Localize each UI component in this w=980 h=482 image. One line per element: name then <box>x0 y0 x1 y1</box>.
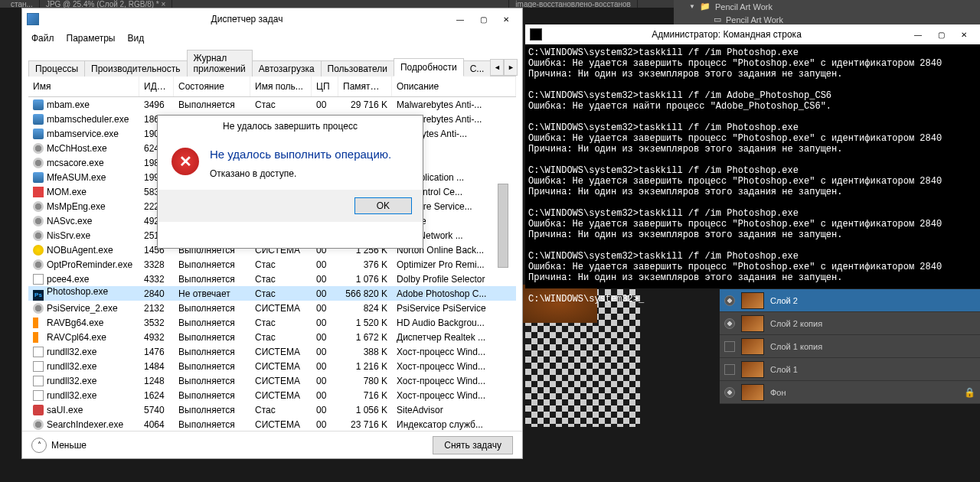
cmd-icon <box>530 28 542 41</box>
process-icon <box>33 216 44 226</box>
layer-thumbnail <box>741 361 764 378</box>
table-row[interactable]: PsPhotoshop.exe2840Не отвечаетСтас00566 … <box>28 286 516 301</box>
table-row[interactable]: mbam.exe3496ВыполняетсяСтас0029 716 KMal… <box>28 97 516 112</box>
layer-thumbnail <box>741 384 764 401</box>
minimize-button[interactable]: — <box>906 27 929 42</box>
folder-icon: 📁 <box>700 2 710 11</box>
process-icon <box>33 143 44 154</box>
table-row[interactable]: rundll32.exe1476ВыполняетсяСИСТЕМА00388 … <box>28 344 516 359</box>
table-row[interactable]: RAVCpl64.exe4932ВыполняетсяСтас001 672 K… <box>28 330 516 344</box>
ps-tab[interactable]: JPG @ 25.4% (Слой 2, RGB/8) * × <box>40 0 172 8</box>
folder-label: Pencil Art Work <box>726 15 783 24</box>
col-cpu[interactable]: ЦП <box>312 77 338 96</box>
ps-tab[interactable]: image-восстановлено-восстанов <box>509 0 638 8</box>
folder-label: Pencil Art Work <box>715 2 773 11</box>
maximize-button[interactable]: ▢ <box>472 11 495 27</box>
table-row[interactable]: PsiService_2.exe2132ВыполняетсяСИСТЕМА00… <box>28 301 516 315</box>
layer-row[interactable]: Фон🔒 <box>720 381 980 404</box>
menubar: Файл Параметры Вид <box>22 30 522 47</box>
menu-view[interactable]: Вид <box>121 31 150 45</box>
menu-options[interactable]: Параметры <box>60 31 122 45</box>
chevron-down-icon: ▼ <box>689 3 695 10</box>
tabs: ПроцессыПроизводительностьЖурнал приложе… <box>28 48 516 77</box>
process-icon <box>33 172 44 183</box>
process-icon <box>33 158 44 168</box>
titlebar[interactable]: Диспетчер задач — ▢ ✕ <box>22 8 522 30</box>
layer-row[interactable]: Слой 1 копия <box>720 335 980 358</box>
ps-tab[interactable]: стан... <box>5 0 40 8</box>
process-icon <box>33 332 44 343</box>
process-icon <box>33 187 44 197</box>
tab-0[interactable]: Процессы <box>28 60 85 77</box>
process-icon <box>33 318 44 328</box>
ok-button[interactable]: OK <box>354 197 412 214</box>
photoshop-doc-tabs: стан... JPG @ 25.4% (Слой 2, RGB/8) * × … <box>0 0 674 8</box>
table-row[interactable]: OptProReminder.exe3328ВыполняетсяСтас003… <box>28 257 516 272</box>
end-task-button[interactable]: Снять задачу <box>433 436 513 454</box>
cmd-output[interactable]: C:\WINDOWS\system32>taskkill /f /im Phot… <box>525 44 980 308</box>
close-button[interactable]: ✕ <box>495 11 518 27</box>
lock-icon: 🔒 <box>964 387 975 398</box>
layer-thumbnail <box>741 338 764 355</box>
visibility-box[interactable] <box>724 341 735 352</box>
tab-1[interactable]: Производительность <box>84 60 187 77</box>
dialog-main-text: Не удалось выполнить операцию. <box>210 148 391 161</box>
process-icon <box>33 99 44 110</box>
layer-thumbnail <box>741 315 764 332</box>
table-row[interactable]: saUI.exe5740ВыполняетсяСтас001 056 KSite… <box>28 402 516 417</box>
layer-row[interactable]: Слой 1 <box>720 358 980 381</box>
col-mem[interactable]: Память (ч... <box>338 77 392 96</box>
ps-tab[interactable] <box>172 0 509 8</box>
cmd-title: Администратор: Командная строка <box>547 29 906 40</box>
process-icon <box>33 201 44 212</box>
maximize-button[interactable]: ▢ <box>929 27 952 42</box>
table-row[interactable]: pcee4.exe4332ВыполняетсяСтас001 076 KDol… <box>28 272 516 286</box>
col-name[interactable]: Имя <box>28 77 139 96</box>
tab-2[interactable]: Журнал приложений <box>187 50 253 77</box>
process-icon <box>33 347 44 357</box>
col-desc[interactable]: Описание <box>392 77 516 96</box>
process-icon: Ps <box>33 290 44 301</box>
process-icon <box>33 361 44 372</box>
process-icon <box>33 245 44 256</box>
close-button[interactable]: ✕ <box>952 27 975 42</box>
table-row[interactable]: SearchIndexer.exe4064ВыполняетсяСИСТЕМА0… <box>28 417 516 431</box>
chevron-up-icon: ˄ <box>31 438 47 453</box>
table-row[interactable]: rundll32.exe1484ВыполняетсяСИСТЕМА001 21… <box>28 359 516 373</box>
minimize-button[interactable]: — <box>449 11 472 27</box>
visibility-eye-icon[interactable] <box>724 387 735 398</box>
dialog-sub-text: Отказано в доступе. <box>210 168 391 179</box>
tab-6[interactable]: С... <box>463 60 492 77</box>
process-icon <box>33 259 44 270</box>
error-icon: ✕ <box>172 148 199 175</box>
tab-4[interactable]: Пользователи <box>321 60 394 77</box>
process-icon <box>33 114 44 125</box>
layer-name: Слой 2 копия <box>770 319 822 328</box>
folder-row[interactable]: ▼ 📁 Pencil Art Work <box>674 0 980 13</box>
scrollbar-thumb[interactable] <box>498 184 508 268</box>
visibility-box[interactable] <box>724 364 735 375</box>
process-icon <box>33 230 44 241</box>
table-row[interactable]: RAVBg64.exe3532ВыполняетсяСтас001 520 KH… <box>28 315 516 330</box>
table-row[interactable]: rundll32.exe1624ВыполняетсяСИСТЕМА00716 … <box>28 388 516 402</box>
col-user[interactable]: Имя поль... <box>250 77 312 96</box>
photoshop-canvas[interactable] <box>525 289 640 427</box>
layer-row[interactable]: Слой 2 копия <box>720 312 980 335</box>
visibility-eye-icon[interactable] <box>724 318 735 329</box>
command-prompt-window: Администратор: Командная строка — ▢ ✕ C:… <box>525 24 980 288</box>
col-state[interactable]: Состояние <box>174 77 250 96</box>
cmd-titlebar[interactable]: Администратор: Командная строка — ▢ ✕ <box>525 24 980 44</box>
fewer-details-button[interactable]: ˄ Меньше <box>31 438 87 453</box>
process-icon <box>33 405 44 415</box>
col-pid[interactable]: ИД п... <box>139 77 174 96</box>
process-icon <box>33 419 44 430</box>
layer-name: Фон <box>770 388 786 397</box>
tab-nav[interactable]: ◄ <box>490 59 504 76</box>
menu-file[interactable]: Файл <box>25 31 60 45</box>
taskmgr-icon <box>27 13 39 25</box>
table-row[interactable]: rundll32.exe1248ВыполняетсяСИСТЕМА00780 … <box>28 373 516 388</box>
tab-3[interactable]: Автозагрузка <box>252 60 322 77</box>
tab-nav[interactable]: ► <box>504 59 518 76</box>
tab-5[interactable]: Подробности <box>394 58 464 77</box>
dialog-title: Не удалось завершить процесс <box>158 116 423 137</box>
